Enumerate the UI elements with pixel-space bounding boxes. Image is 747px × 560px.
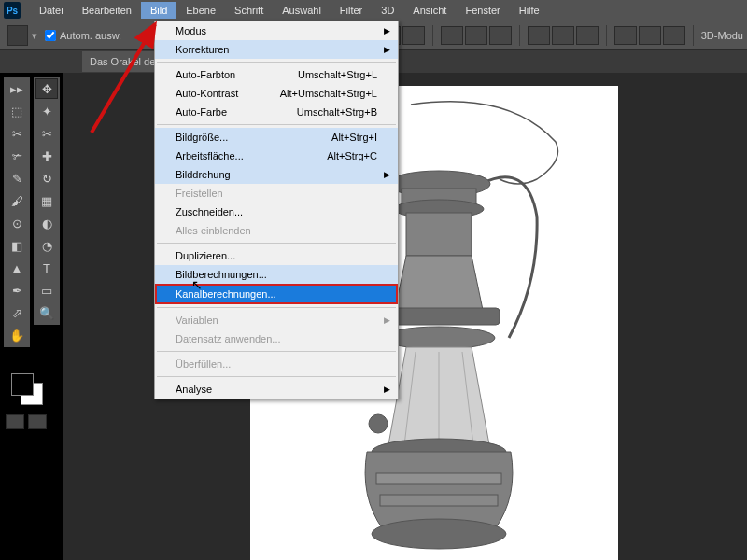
menu-shortcut: Alt+Strg+C (327, 150, 377, 161)
menu-item-label: Bildgröße... (176, 132, 228, 143)
menu-item-label: Auto-Farbton (176, 69, 235, 80)
menu-item-bildgr-e[interactable]: Bildgröße...Alt+Strg+I (155, 128, 398, 147)
submenu-arrow-icon: ▶ (384, 315, 390, 325)
distribute-btn[interactable] (576, 26, 599, 45)
menu-bild[interactable]: Bild (141, 2, 176, 19)
menu-3d[interactable]: 3D (372, 2, 403, 19)
foreground-swatch[interactable] (11, 373, 34, 396)
move-tool-icon[interactable]: ✥ (35, 78, 58, 99)
color-swatches[interactable] (11, 373, 45, 407)
marquee-tool-icon[interactable]: ⬚ (6, 101, 28, 121)
fill-tool-icon[interactable]: ▦ (35, 190, 58, 211)
distribute-group (528, 26, 599, 45)
lasso-tool-icon[interactable]: ✂ (6, 123, 28, 144)
menu-ansicht[interactable]: Ansicht (403, 2, 456, 19)
menu-hilfe[interactable]: Hilfe (510, 2, 549, 19)
align-group (441, 26, 512, 45)
dodge-tool-icon[interactable]: ◐ (35, 213, 58, 233)
menu-item-alles-einblenden: Alles einblenden (155, 221, 398, 240)
brush-tool-icon[interactable]: 🖌 (6, 190, 28, 211)
menu-item-variablen: Variablen▶ (155, 311, 398, 329)
clone-tool-icon[interactable]: ⊙ (6, 213, 28, 233)
healing-tool-icon[interactable]: ✚ (35, 146, 58, 166)
menu-item-auto-kontrast[interactable]: Auto-KontrastAlt+Umschalt+Strg+L (155, 84, 398, 103)
shape-tool-icon[interactable]: ▭ (35, 280, 58, 301)
distribute-btn[interactable] (528, 26, 550, 45)
menu-item-berf-llen: Überfüllen... (155, 355, 398, 373)
type-tool-icon[interactable]: T (35, 258, 58, 278)
submenu-arrow-icon: ▶ (384, 170, 390, 179)
tool-preset-icon[interactable] (7, 25, 28, 46)
screenmode-icon[interactable] (28, 414, 47, 429)
menu-item-label: Auto-Farbe (176, 106, 227, 118)
menu-item-modus[interactable]: Modus▶ (155, 21, 398, 40)
threeD-mode-label: 3D-Modu (701, 30, 743, 41)
pen-tool-icon[interactable]: ✒ (6, 280, 28, 301)
path-tool-icon[interactable]: ⬀ (6, 302, 28, 323)
menu-item-bildberechnungen[interactable]: Bildberechnungen... (155, 265, 398, 284)
menu-separator (157, 124, 396, 125)
menu-item-analyse[interactable]: Analyse▶ (155, 380, 398, 399)
quickmask-icon[interactable] (6, 414, 24, 429)
menu-item-zuschneiden[interactable]: Zuschneiden... (155, 203, 398, 221)
align-btn[interactable] (402, 26, 425, 45)
history-brush-icon[interactable]: ↻ (35, 168, 58, 189)
menu-item-label: Alles einblenden (176, 225, 251, 236)
bild-menu-dropdown: Modus▶Korrekturen▶Auto-FarbtonUmschalt+S… (154, 21, 399, 399)
distribute-btn[interactable] (614, 26, 637, 45)
menu-item-label: Duplizieren... (176, 250, 235, 261)
distribute-group (614, 26, 685, 45)
menu-separator (157, 62, 396, 63)
separator (693, 25, 694, 46)
menu-item-label: Freistellen (176, 188, 223, 199)
align-btn[interactable] (465, 26, 487, 45)
menu-fenster[interactable]: Fenster (456, 2, 509, 19)
align-btn[interactable] (489, 26, 512, 45)
app-logo: Ps (4, 2, 21, 19)
eraser-tool-icon[interactable]: ◧ (6, 235, 28, 256)
distribute-btn[interactable] (552, 26, 574, 45)
menu-item-auto-farbe[interactable]: Auto-FarbeUmschalt+Strg+B (155, 103, 398, 121)
menu-item-duplizieren[interactable]: Duplizieren... (155, 246, 398, 265)
menu-item-bilddrehung[interactable]: Bilddrehung▶ (155, 165, 398, 184)
blur-tool-icon[interactable]: ◔ (35, 235, 58, 256)
crop-tool-icon[interactable]: ✃ (6, 146, 28, 166)
collapse-icon[interactable]: ▸▸ (6, 78, 28, 99)
menu-bearbeiten[interactable]: Bearbeiten (73, 2, 141, 19)
separator (606, 25, 607, 46)
menu-item-datensatz-anwenden: Datensatz anwenden... (155, 329, 398, 348)
distribute-btn[interactable] (663, 26, 685, 45)
menu-ebene[interactable]: Ebene (176, 2, 225, 19)
submenu-arrow-icon: ▶ (384, 385, 390, 394)
submenu-arrow-icon: ▶ (384, 45, 390, 54)
menu-item-korrekturen[interactable]: Korrekturen▶ (155, 40, 398, 59)
menu-item-auto-farbton[interactable]: Auto-FarbtonUmschalt+Strg+L (155, 65, 398, 84)
menu-item-label: Variablen (176, 315, 218, 326)
gradient-tool-icon[interactable]: ▲ (6, 258, 28, 278)
menu-datei[interactable]: Datei (30, 2, 73, 19)
menu-filter[interactable]: Filter (331, 2, 372, 19)
chevron-down-icon[interactable]: ▾ (32, 30, 37, 42)
eyedropper-tool-icon[interactable]: ✎ (6, 168, 28, 189)
menu-item-label: Analyse (176, 384, 212, 395)
auto-select-checkbox[interactable]: Autom. ausw. (45, 30, 121, 41)
menu-item-kanalberechnungen[interactable]: Kanalberechnungen... (155, 284, 398, 304)
menu-auswahl[interactable]: Auswahl (273, 2, 331, 19)
hand-tool-icon[interactable]: ✋ (6, 325, 28, 345)
slice-tool-icon[interactable]: ✂ (35, 123, 58, 144)
svg-point-10 (372, 519, 506, 549)
menu-item-label: Auto-Kontrast (176, 88, 238, 99)
svg-point-13 (369, 414, 388, 433)
align-btn[interactable] (441, 26, 463, 45)
menu-shortcut: Alt+Strg+I (331, 132, 377, 143)
zoom-tool-icon[interactable]: 🔍 (35, 302, 58, 323)
svg-rect-3 (406, 213, 472, 256)
distribute-btn[interactable] (639, 26, 661, 45)
menu-shortcut: Umschalt+Strg+B (297, 106, 377, 118)
menu-schrift[interactable]: Schrift (225, 2, 273, 19)
menu-item-arbeitsfl-che[interactable]: Arbeitsfläche...Alt+Strg+C (155, 147, 398, 165)
menu-item-label: Überfüllen... (176, 358, 231, 370)
menu-item-label: Zuschneiden... (176, 206, 243, 217)
wand-tool-icon[interactable]: ✦ (35, 101, 58, 121)
menu-item-label: Datensatz anwenden... (176, 333, 281, 344)
